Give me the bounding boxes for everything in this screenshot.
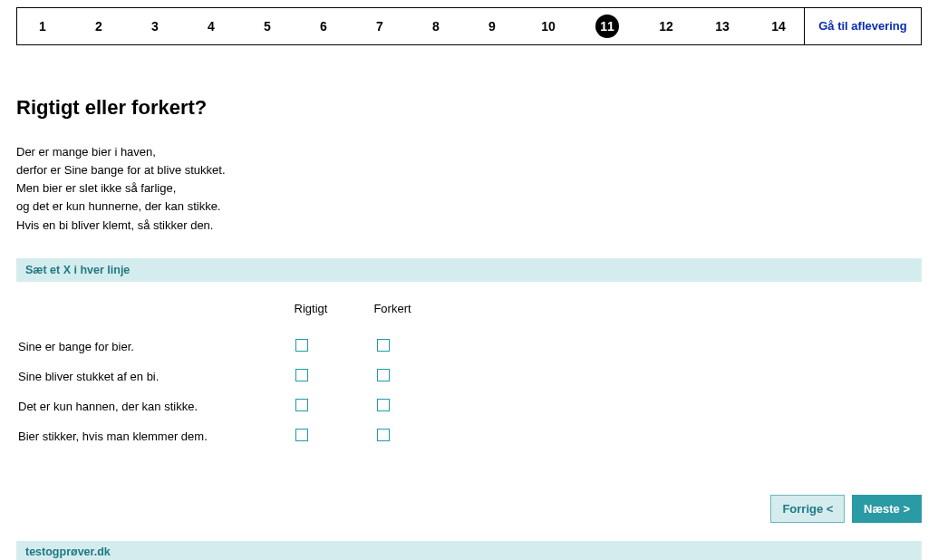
next-button[interactable]: Næste > bbox=[852, 495, 922, 523]
nav-item-13[interactable]: 13 bbox=[713, 19, 731, 34]
question-title: Rigtigt eller forkert? bbox=[16, 96, 922, 120]
nav-item-12[interactable]: 12 bbox=[657, 19, 675, 34]
site-footer: testogprøver.dk bbox=[16, 541, 922, 560]
checkbox[interactable] bbox=[377, 369, 390, 381]
checkbox[interactable] bbox=[377, 399, 390, 411]
goto-delivery-button[interactable]: Gå til aflevering bbox=[804, 8, 921, 44]
checkbox[interactable] bbox=[295, 429, 308, 441]
passage-line: derfor er Sine bange for at blive stukke… bbox=[16, 161, 922, 179]
table-row: Det er kun hannen, der kan stikke. bbox=[16, 391, 433, 421]
question-passage: Der er mange bier i haven,derfor er Sine… bbox=[16, 143, 922, 235]
table-row: Sine er bange for bier. bbox=[16, 332, 433, 362]
passage-line: Hvis en bi bliver klemt, så stikker den. bbox=[16, 217, 922, 235]
passage-line: Men bier er slet ikke så farlige, bbox=[16, 179, 922, 198]
checkbox-cell bbox=[270, 421, 352, 451]
column-header-forkert: Forkert bbox=[352, 302, 433, 332]
checkbox[interactable] bbox=[295, 339, 308, 352]
question-nav: 1234567891011121314 Gå til aflevering bbox=[16, 7, 922, 45]
checkbox[interactable] bbox=[295, 369, 308, 381]
table-row: Sine bliver stukket af en bi. bbox=[16, 362, 433, 391]
checkbox-cell bbox=[352, 332, 433, 362]
passage-line: og det er kun hunnerne, der kan stikke. bbox=[16, 198, 922, 216]
nav-item-5[interactable]: 5 bbox=[258, 19, 276, 34]
nav-item-1[interactable]: 1 bbox=[34, 19, 52, 34]
nav-item-7[interactable]: 7 bbox=[371, 19, 389, 34]
statement-text: Det er kun hannen, der kan stikke. bbox=[16, 391, 270, 421]
checkbox[interactable] bbox=[377, 339, 390, 352]
nav-item-10[interactable]: 10 bbox=[539, 19, 557, 34]
checkbox-cell bbox=[270, 391, 352, 421]
checkbox-cell bbox=[352, 421, 433, 451]
table-row: Bier stikker, hvis man klemmer dem. bbox=[16, 421, 433, 451]
passage-line: Der er mange bier i haven, bbox=[16, 143, 922, 161]
nav-item-4[interactable]: 4 bbox=[202, 19, 220, 34]
checkbox-cell bbox=[352, 391, 433, 421]
nav-item-3[interactable]: 3 bbox=[146, 19, 164, 34]
nav-item-9[interactable]: 9 bbox=[483, 19, 501, 34]
checkbox-cell bbox=[270, 362, 352, 391]
prev-button[interactable]: Forrige < bbox=[770, 495, 845, 523]
checkbox-cell bbox=[270, 332, 352, 362]
answer-table: Rigtigt Forkert Sine er bange for bier.S… bbox=[16, 302, 433, 451]
nav-item-8[interactable]: 8 bbox=[427, 19, 445, 34]
checkbox[interactable] bbox=[377, 429, 390, 441]
checkbox-cell bbox=[352, 362, 433, 391]
statement-text: Sine bliver stukket af en bi. bbox=[16, 362, 270, 391]
nav-item-14[interactable]: 14 bbox=[769, 19, 788, 34]
question-nav-numbers: 1234567891011121314 bbox=[17, 8, 804, 44]
nav-item-6[interactable]: 6 bbox=[314, 19, 333, 34]
nav-item-11[interactable]: 11 bbox=[595, 14, 619, 38]
statement-text: Bier stikker, hvis man klemmer dem. bbox=[16, 421, 270, 451]
statement-text: Sine er bange for bier. bbox=[16, 332, 270, 362]
instruction-bar: Sæt et X i hver linje bbox=[16, 258, 922, 282]
nav-item-2[interactable]: 2 bbox=[90, 19, 108, 34]
footer-buttons: Forrige < Næste > bbox=[16, 495, 922, 523]
column-header-rigtigt: Rigtigt bbox=[270, 302, 352, 332]
checkbox[interactable] bbox=[295, 399, 308, 411]
